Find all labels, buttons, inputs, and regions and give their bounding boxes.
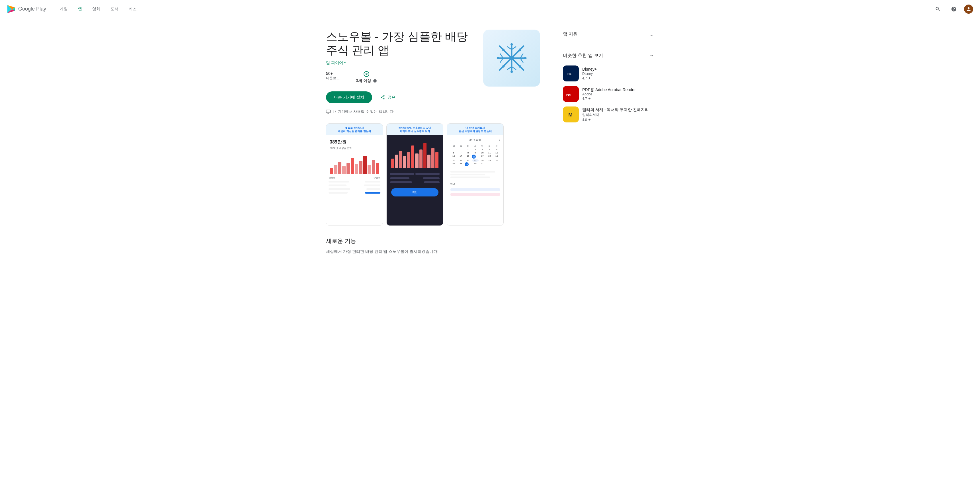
install-button[interactable]: 다른 기기에 설치: [326, 91, 372, 103]
nav-books[interactable]: 도서: [106, 4, 123, 14]
svg-text:M: M: [568, 112, 573, 118]
svg-text:D+: D+: [568, 72, 571, 76]
monitor-icon: [326, 110, 331, 114]
chevron-down-icon: ⌄: [649, 31, 654, 38]
page-container: 스노우볼 - 가장 심플한 배당주식 관리 앱 팀 파이어스 50+ 다운로드 …: [319, 18, 661, 272]
screenshot-3[interactable]: 내 배당 스케줄과관심 배당주의 일정도 한눈에 ‹ 24년 10월 › 일월화…: [447, 123, 504, 226]
age-value: 3세 이상: [356, 78, 371, 83]
age-stat: ③ 3세 이상: [356, 71, 377, 83]
nav-kids[interactable]: 키즈: [124, 4, 141, 14]
stat-divider-1: [348, 71, 348, 83]
similar-apps-section: 비슷한 추천 앱 보기 → D+ Disney+ Disney 4.7 ★: [563, 53, 654, 125]
new-features-title: 새로운 기능: [326, 237, 540, 245]
new-features-text: 세상에서 가장 편리한 배당 관리 앱 스노우볼이 출시되었습니다!: [326, 248, 540, 255]
screenshot-2[interactable]: 배당소득세, 4대 보험도 같이파악하고 내 실수령액 보기: [387, 123, 443, 226]
screenshot-1-header: 월별로 배당금과세금이 계산된 결과를 한눈에: [326, 124, 383, 135]
star-icon-2: ★: [588, 97, 591, 101]
adobe-developer: Adobe: [582, 92, 654, 96]
adobe-info: PDF용 Adobe Acrobat Reader Adobe 4.7 ★: [582, 87, 654, 101]
svg-point-31: [524, 57, 527, 59]
millie-logo-icon: M: [565, 109, 577, 120]
star-icon-3: ★: [588, 118, 591, 122]
main-content: 스노우볼 - 가장 심플한 배당주식 관리 앱 팀 파이어스 50+ 다운로드 …: [326, 30, 540, 255]
screenshot-2-body: 확인: [387, 135, 443, 226]
app-icon: [483, 30, 540, 86]
app-actions: 다른 기기에 설치 공유: [326, 91, 472, 103]
similar-app-adobe[interactable]: PDF PDF용 Adobe Acrobat Reader Adobe 4.7 …: [563, 84, 654, 104]
help-button[interactable]: [948, 3, 959, 15]
device-note: 내 기기에서 사용할 수 있는 앱입니다.: [326, 109, 472, 114]
header: Google Play 게임 앱 영화 도서 키즈: [0, 0, 980, 18]
downloads-value: 50+: [326, 71, 333, 76]
avatar-icon: [966, 6, 972, 12]
new-features-section: 새로운 기능 세상에서 가장 편리한 배당 관리 앱 스노우볼이 출시되었습니다…: [326, 237, 540, 255]
app-support-section: 앱 지원 ⌄: [563, 30, 654, 39]
similar-app-millie[interactable]: M 밀리의 서재 - 독서와 무제한 친해지리 밀리의서재 4.0 ★: [563, 104, 654, 125]
svg-point-29: [511, 71, 513, 73]
adobe-rating: 4.7 ★: [582, 97, 654, 101]
similar-apps-label: 비슷한 추천 앱 보기: [563, 53, 603, 59]
search-icon: [935, 6, 941, 12]
screenshots-section: 월별로 배당금과세금이 계산된 결과를 한눈에 389만원 2022년 배당금 …: [326, 123, 540, 226]
downloads-label: 다운로드: [326, 76, 340, 81]
millie-name: 밀리의 서재 - 독서와 무제한 친해지리: [582, 107, 654, 112]
adobe-logo-icon: PDF: [565, 88, 577, 100]
screenshot-1-body: 389만원 2022년 배당금 합계: [326, 135, 383, 226]
disney-info: Disney+ Disney 4.7 ★: [582, 67, 654, 80]
adobe-name: PDF용 Adobe Acrobat Reader: [582, 87, 654, 92]
chart-1: [329, 151, 380, 174]
app-support-row[interactable]: 앱 지원 ⌄: [563, 30, 654, 39]
app-developer[interactable]: 팀 파이어스: [326, 61, 472, 65]
millie-icon: M: [563, 107, 579, 123]
share-label: 공유: [388, 95, 396, 100]
share-button[interactable]: 공유: [377, 92, 399, 102]
device-note-text: 내 기기에서 사용할 수 있는 앱입니다.: [333, 109, 395, 114]
disney-developer: Disney: [582, 72, 654, 76]
app-info: 스노우볼 - 가장 심플한 배당주식 관리 앱 팀 파이어스 50+ 다운로드 …: [326, 30, 472, 114]
disney-name: Disney+: [582, 67, 654, 72]
svg-point-28: [511, 43, 513, 46]
age-circle: ③: [364, 71, 369, 77]
millie-info: 밀리의 서재 - 독서와 무제한 친해지리 밀리의서재 4.0 ★: [582, 107, 654, 122]
snowflake-icon: [495, 41, 529, 75]
sidebar: 앱 지원 ⌄ 비슷한 추천 앱 보기 → D+ Disney+: [563, 30, 654, 255]
millie-rating: 4.0 ★: [582, 118, 654, 122]
header-actions: [932, 3, 973, 15]
share-icon: [380, 95, 385, 100]
app-header: 스노우볼 - 가장 심플한 배당주식 관리 앱 팀 파이어스 50+ 다운로드 …: [326, 30, 540, 114]
age-info-icon: [373, 79, 377, 83]
main-nav: 게임 앱 영화 도서 키즈: [55, 4, 141, 14]
app-title: 스노우볼 - 가장 심플한 배당주식 관리 앱: [326, 30, 472, 57]
logo[interactable]: Google Play: [7, 5, 46, 14]
screenshot-1[interactable]: 월별로 배당금과세금이 계산된 결과를 한눈에 389만원 2022년 배당금 …: [326, 123, 383, 226]
app-support-label: 앱 지원: [563, 31, 578, 37]
arrow-right-icon: →: [649, 53, 654, 59]
user-avatar[interactable]: [964, 5, 973, 14]
millie-developer: 밀리의서재: [582, 113, 654, 117]
svg-rect-4: [326, 110, 331, 113]
nav-games[interactable]: 게임: [55, 4, 72, 14]
similar-apps-row[interactable]: 비슷한 추천 앱 보기 →: [563, 53, 654, 59]
screenshot-3-header: 내 배당 스케줄과관심 배당주의 일정도 한눈에: [447, 124, 503, 135]
disney-rating: 4.7 ★: [582, 76, 654, 80]
screenshot-2-header: 배당소득세, 4대 보험도 같이파악하고 내 실수령액 보기: [387, 124, 443, 135]
app-icon-container: [483, 30, 540, 114]
disney-logo-icon: D+: [565, 68, 577, 79]
chart-2: [390, 139, 440, 168]
logo-text: Google Play: [18, 6, 46, 12]
downloads-stat: 50+ 다운로드: [326, 71, 340, 83]
app-stats: 50+ 다운로드 ③ 3세 이상: [326, 71, 472, 83]
svg-point-30: [497, 57, 499, 59]
adobe-icon: PDF: [563, 86, 579, 102]
search-button[interactable]: [932, 3, 943, 15]
nav-movies[interactable]: 영화: [88, 4, 105, 14]
google-play-icon: [7, 5, 16, 14]
nav-apps[interactable]: 앱: [73, 4, 87, 14]
disney-icon: D+: [563, 65, 579, 81]
svg-text:PDF: PDF: [566, 93, 572, 96]
screenshot-3-body: ‹ 24년 10월 › 일월화수목금토 12345 6789101112 131…: [447, 135, 503, 226]
similar-app-disney[interactable]: D+ Disney+ Disney 4.7 ★: [563, 63, 654, 84]
help-icon: [951, 6, 957, 12]
star-icon-1: ★: [588, 76, 591, 80]
